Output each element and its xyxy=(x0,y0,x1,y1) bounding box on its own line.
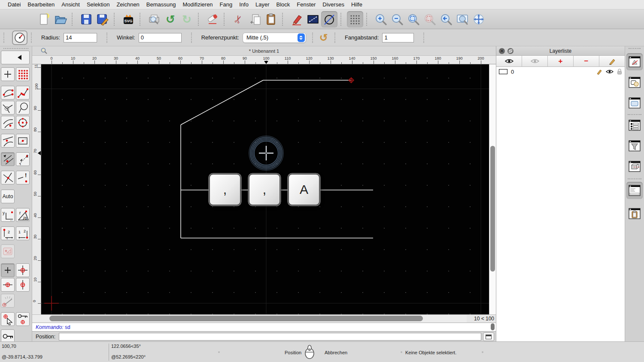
snap-perpendicular-button[interactable] xyxy=(16,101,30,115)
command-scrollbar[interactable] xyxy=(491,323,495,331)
restrict-angle-button[interactable] xyxy=(1,294,15,308)
menu-item-fang[interactable]: Fang xyxy=(216,1,236,8)
snap-intersection-button[interactable] xyxy=(1,171,15,184)
restrict-vertical-button[interactable] xyxy=(16,278,30,292)
referenzpunkt-select[interactable]: Mitte (,5) xyxy=(243,33,306,43)
menu-item-datei[interactable]: Datei xyxy=(4,1,24,8)
clipboard-panel-button[interactable] xyxy=(626,205,643,222)
edit-layer-button[interactable] xyxy=(599,56,625,66)
back-button[interactable] xyxy=(1,51,30,64)
snap-center-button[interactable] xyxy=(16,116,30,130)
snap-disabled-tool-button[interactable] xyxy=(1,244,15,258)
copy-button[interactable] xyxy=(246,11,263,27)
vertical-scrollbar-thumb[interactable] xyxy=(490,146,495,272)
menu-item-selektion[interactable]: Selektion xyxy=(83,1,113,8)
redo-button[interactable]: ↻ xyxy=(179,11,195,27)
restrict-horizontal-button[interactable] xyxy=(1,278,15,292)
coordinate-polar-button[interactable]: r a xyxy=(16,208,30,222)
toolbar-handle[interactable] xyxy=(312,33,313,43)
menu-item-bearbeiten[interactable]: Bearbeiten xyxy=(24,1,58,8)
toolbar-handle[interactable] xyxy=(423,33,424,43)
toolbar-handle[interactable] xyxy=(629,48,641,51)
snap-intersection-auto-button[interactable] xyxy=(1,101,15,115)
snap-free-button[interactable] xyxy=(1,67,15,81)
zoom-selection-button[interactable] xyxy=(422,11,438,27)
restrict-off-button[interactable] xyxy=(1,263,15,277)
coordinate-cartesian-button[interactable]: y x xyxy=(1,208,15,222)
layer-list-panel-button[interactable] xyxy=(626,53,643,70)
property-editor-panel-button[interactable] xyxy=(626,117,643,134)
fangabstand-input[interactable] xyxy=(382,33,414,42)
menu-item-ansicht[interactable]: Ansicht xyxy=(58,1,83,8)
tool-options-dial-button[interactable] xyxy=(12,30,27,45)
grid-toggle[interactable] xyxy=(347,11,363,27)
draft-mode-toggle[interactable] xyxy=(321,11,337,27)
snap-intersection-manual-button[interactable]: ! xyxy=(16,171,30,184)
layer-visibility-button[interactable] xyxy=(606,69,614,74)
selection-filter-panel-button[interactable] xyxy=(626,137,643,154)
menu-item-info[interactable]: Info xyxy=(236,1,252,8)
horizontal-scrollbar-thumb[interactable] xyxy=(49,316,423,321)
line-properties-button[interactable] xyxy=(305,11,321,27)
save-as-button[interactable] xyxy=(94,11,111,27)
open-file-button[interactable] xyxy=(52,11,69,27)
save-button[interactable] xyxy=(78,11,94,27)
restrict-orthogonal-button[interactable] xyxy=(16,263,30,277)
command-scrollbar-thumb[interactable] xyxy=(491,323,495,330)
snap-endpoints-button[interactable] xyxy=(1,86,15,100)
remove-layer-button[interactable]: − xyxy=(574,56,599,66)
draw-pencil-button[interactable] xyxy=(289,11,305,27)
menu-item-modifizieren[interactable]: Modifizieren xyxy=(179,1,216,8)
block-list-panel-button[interactable] xyxy=(626,74,643,91)
undo-button[interactable]: ↺ xyxy=(162,11,179,27)
zoom-out-button[interactable] xyxy=(389,11,405,27)
menu-item-zeichnen[interactable]: Zeichnen xyxy=(113,1,143,8)
menu-item-hilfe[interactable]: Hilfe xyxy=(348,1,366,8)
paste-button[interactable] xyxy=(263,11,279,27)
toolbar-handle[interactable] xyxy=(31,33,32,43)
position-options-button[interactable] xyxy=(483,332,494,341)
vertical-scrollbar[interactable] xyxy=(489,64,496,314)
print-preview-button[interactable] xyxy=(146,11,162,27)
show-all-layers-button[interactable] xyxy=(496,56,522,66)
layer-row[interactable]: 0 xyxy=(496,67,625,76)
radius-input[interactable] xyxy=(64,33,97,42)
snap-on-entity-button[interactable] xyxy=(16,86,30,100)
menu-item-bemassung[interactable]: Bemassung xyxy=(143,1,179,8)
view-list-panel-button[interactable] xyxy=(626,94,643,112)
new-file-button[interactable] xyxy=(36,11,52,27)
zoom-in-button[interactable] xyxy=(373,11,389,27)
snap-grid-button[interactable] xyxy=(16,67,30,81)
zoom-window-button[interactable] xyxy=(454,11,471,27)
zoom-auto-button[interactable] xyxy=(405,11,422,27)
relative-polar-button[interactable]: 1 2 xyxy=(16,226,30,240)
menu-item-diverses[interactable]: Diverses xyxy=(319,1,348,8)
lock-relative-zero-button[interactable] xyxy=(16,312,30,326)
toolbar-handle[interactable] xyxy=(334,33,335,43)
document-tab-title[interactable]: * Unbenannt 1 xyxy=(249,48,279,54)
drawing-canvas[interactable]: ,,A xyxy=(41,64,489,314)
toolbar-handle[interactable] xyxy=(191,33,192,43)
horizontal-scrollbar[interactable] xyxy=(32,315,467,323)
zoom-previous-button[interactable] xyxy=(438,11,454,27)
library-browser-panel-button[interactable] xyxy=(626,158,643,175)
reset-tool-button[interactable]: ↺ xyxy=(316,30,331,45)
toolbar-handle[interactable] xyxy=(106,33,107,43)
layer-lock-button[interactable] xyxy=(617,69,622,75)
snap-auto-button[interactable]: Auto xyxy=(1,190,15,203)
delete-button[interactable] xyxy=(204,11,221,27)
winkel-input[interactable] xyxy=(139,33,182,42)
command-line-panel-button[interactable] xyxy=(626,182,643,199)
position-input[interactable] xyxy=(59,333,481,341)
panel-close-button[interactable]: ✕ xyxy=(499,48,505,54)
cut-button[interactable]: ✂ xyxy=(230,11,246,27)
hide-all-layers-button[interactable] xyxy=(522,56,548,66)
menu-item-layer[interactable]: Layer xyxy=(252,1,273,8)
menu-item-block[interactable]: Block xyxy=(273,1,293,8)
svg-export-button[interactable]: SVG xyxy=(120,11,137,27)
snap-distance-button[interactable]: 1 2 xyxy=(16,152,30,166)
menu-item-fenster[interactable]: Fenster xyxy=(293,1,319,8)
snap-middle-button[interactable] xyxy=(1,116,15,130)
set-relative-zero-button[interactable] xyxy=(1,312,15,326)
restrict-angle-pattern-button[interactable] xyxy=(1,152,15,166)
